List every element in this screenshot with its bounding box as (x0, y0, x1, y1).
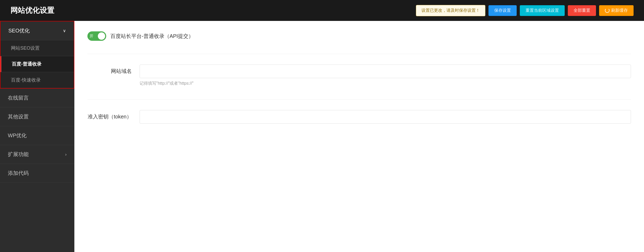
chevron-down-icon: ∨ (63, 28, 66, 33)
refresh-icon (605, 8, 610, 13)
content-area: 开 百度站长平台-普通收录（API提交） 网站域名 记得填写"http://"或… (74, 21, 644, 252)
sidebar-item-add-code[interactable]: 添加代码 (0, 164, 74, 183)
sidebar: SEO优化 ∨ 网站SEO设置 百度-普通收录 百度-快速收录 在线留言 其他设… (0, 21, 74, 252)
token-input[interactable] (140, 110, 631, 124)
main-layout: SEO优化 ∨ 网站SEO设置 百度-普通收录 百度-快速收录 在线留言 其他设… (0, 21, 644, 252)
sidebar-item-seo-settings[interactable]: 网站SEO设置 (1, 40, 74, 56)
sidebar-item-other-settings[interactable]: 其他设置 (0, 107, 74, 126)
sidebar-item-wp-optimize[interactable]: WP优化 (0, 126, 74, 145)
sidebar-item-label: 添加代码 (8, 170, 29, 177)
toggle-knob (98, 32, 105, 40)
header-notice: 设置已更改，请及时保存设置！ (416, 5, 485, 16)
domain-label: 网站域名 (87, 65, 132, 75)
header-actions: 设置已更改，请及时保存设置！ 保存设置 重置当前区域设置 全部重置 刷新缓存 (416, 5, 634, 16)
token-label: 准入密钥（token） (87, 110, 132, 120)
toggle-switch[interactable]: 开 (87, 31, 106, 41)
domain-hint: 记得填写"http://"或者"https://" (140, 81, 631, 86)
sidebar-item-label: 其他设置 (8, 113, 29, 120)
chevron-right-icon: › (65, 152, 67, 157)
reset-area-button[interactable]: 重置当前区域设置 (520, 5, 565, 16)
sidebar-item-label: SEO优化 (8, 27, 30, 34)
sidebar-item-baidu-fast[interactable]: 百度-快速收录 (1, 72, 74, 88)
form-row-domain: 网站域名 (87, 65, 631, 78)
domain-input[interactable] (140, 65, 631, 78)
page-title: 网站优化设置 (10, 5, 54, 15)
toggle-row: 开 百度站长平台-普通收录（API提交） (87, 31, 631, 41)
divider-2 (87, 99, 631, 100)
toggle-description: 百度站长平台-普通收录（API提交） (110, 33, 194, 40)
reset-all-button[interactable]: 全部重置 (568, 5, 596, 16)
form-row-token: 准入密钥（token） (87, 110, 631, 124)
sidebar-item-label: WP优化 (8, 132, 27, 139)
sidebar-item-seo[interactable]: SEO优化 ∨ (1, 21, 74, 40)
form-section-token: 准入密钥（token） (87, 110, 631, 124)
sidebar-item-label: 在线留言 (8, 94, 29, 101)
sidebar-item-messages[interactable]: 在线留言 (0, 89, 74, 107)
refresh-cache-button[interactable]: 刷新缓存 (599, 5, 634, 16)
form-section-domain: 网站域名 记得填写"http://"或者"https://" (87, 65, 631, 86)
toggle-on-label: 开 (90, 34, 93, 39)
save-button[interactable]: 保存设置 (488, 5, 517, 16)
sidebar-item-baidu-normal[interactable]: 百度-普通收录 (1, 56, 74, 72)
header: 网站优化设置 设置已更改，请及时保存设置！ 保存设置 重置当前区域设置 全部重置… (0, 0, 644, 21)
divider-1 (87, 54, 631, 54)
sidebar-item-label: 扩展功能 (8, 151, 29, 158)
token-input-wrap (140, 110, 631, 124)
sidebar-item-extensions[interactable]: 扩展功能 › (0, 145, 74, 164)
sidebar-group-seo: SEO优化 ∨ 网站SEO设置 百度-普通收录 百度-快速收录 (0, 21, 74, 89)
domain-input-wrap (140, 65, 631, 78)
